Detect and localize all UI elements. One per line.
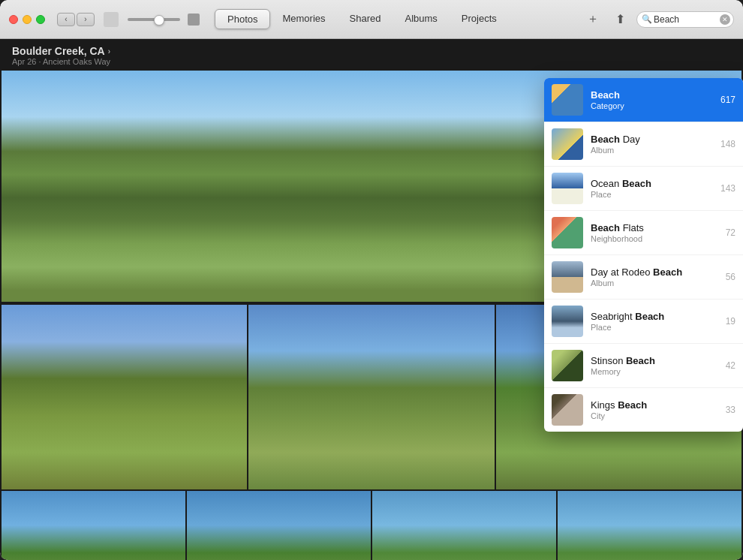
photo-location: Boulder Creek, CA › Apr 26 · Ancient Oak… xyxy=(0,39,743,69)
location-subtitle: Apr 26 · Ancient Oaks Way xyxy=(12,57,731,66)
suggestion-thumb xyxy=(552,306,583,337)
suggestion-title: Kings Beach xyxy=(591,399,718,411)
suggestion-count: 72 xyxy=(726,227,735,238)
location-title: Boulder Creek, CA › xyxy=(12,45,731,57)
suggestion-count: 33 xyxy=(726,405,735,415)
tab-albums[interactable]: Albums xyxy=(393,9,449,29)
suggestion-subtitle: Album xyxy=(591,146,713,155)
content-area: Boulder Creek, CA › Apr 26 · Ancient Oak… xyxy=(0,39,743,560)
search-container: 🔍 ✕ xyxy=(636,11,734,28)
suggestion-count: 617 xyxy=(720,95,735,105)
share-button[interactable]: ⬆ xyxy=(609,9,630,30)
photo-cell[interactable] xyxy=(558,491,741,560)
nav-tabs: Photos Memories Shared Albums Projects xyxy=(215,9,509,29)
suggestion-count: 56 xyxy=(726,272,735,282)
suggestion-subtitle: Category xyxy=(591,101,713,110)
suggestion-thumb xyxy=(552,350,583,381)
suggestion-beach-flats[interactable]: Beach Flats Neighborhood 72 xyxy=(544,211,743,255)
close-button[interactable] xyxy=(9,15,18,24)
search-icon: 🔍 xyxy=(642,14,652,24)
tab-shared[interactable]: Shared xyxy=(338,9,393,29)
minimize-button[interactable] xyxy=(23,15,32,24)
suggestion-title: Beach xyxy=(591,89,713,101)
maximize-button[interactable] xyxy=(36,15,45,24)
main-window: ‹ › Photos Memories Shared Albums Projec… xyxy=(0,0,743,560)
forward-button[interactable]: › xyxy=(77,13,95,26)
suggestion-rodeo-beach[interactable]: Day at Rodeo Beach Album 56 xyxy=(544,255,743,300)
tab-projects[interactable]: Projects xyxy=(450,9,509,29)
suggestion-title: Ocean Beach xyxy=(591,178,713,189)
nav-buttons: ‹ › xyxy=(57,13,95,26)
add-button[interactable]: ＋ xyxy=(582,9,603,30)
photo-grid-row3 xyxy=(0,489,743,560)
suggestion-info: Kings Beach City xyxy=(591,399,718,420)
suggestion-title: Day at Rodeo Beach xyxy=(591,266,718,278)
photo-cell[interactable] xyxy=(2,305,247,489)
suggestion-info: Ocean Beach Place xyxy=(591,178,713,199)
suggestion-info: Stinson Beach Memory xyxy=(591,355,718,376)
suggestion-thumb xyxy=(552,261,583,293)
suggestion-count: 143 xyxy=(720,183,735,194)
search-clear-button[interactable]: ✕ xyxy=(720,14,730,25)
photo-cell[interactable] xyxy=(2,491,185,560)
suggestion-stinson-beach[interactable]: Stinson Beach Memory 42 xyxy=(544,344,743,388)
location-chevron-icon: › xyxy=(108,47,110,56)
suggestion-title: Beach Day xyxy=(591,134,713,145)
photo-cell[interactable] xyxy=(372,491,556,560)
suggestion-thumb xyxy=(552,173,583,204)
suggestion-count: 19 xyxy=(726,316,735,327)
suggestion-info: Seabright Beach Place xyxy=(591,311,718,332)
tab-photos[interactable]: Photos xyxy=(215,9,270,29)
suggestion-kings-beach[interactable]: Kings Beach City 33 xyxy=(544,388,743,432)
search-dropdown: Beach Category 617 Beach Day Album 148 O… xyxy=(544,78,743,432)
toolbar-actions: ＋ ⬆ 🔍 ✕ xyxy=(582,9,734,30)
suggestion-title: Beach Flats xyxy=(591,222,718,233)
suggestion-subtitle: Neighborhood xyxy=(591,234,718,243)
size-icon xyxy=(188,14,200,26)
suggestion-thumb xyxy=(552,128,583,160)
suggestion-info: Beach Flats Neighborhood xyxy=(591,222,718,243)
suggestion-beach-day[interactable]: Beach Day Album 148 xyxy=(544,122,743,167)
suggestion-subtitle: Album xyxy=(591,278,718,288)
window-icon xyxy=(104,12,119,27)
suggestion-subtitle: Place xyxy=(591,323,718,332)
suggestion-seabright-beach[interactable]: Seabright Beach Place 19 xyxy=(544,300,743,344)
suggestion-subtitle: Memory xyxy=(591,367,718,376)
photo-cell[interactable] xyxy=(187,491,371,560)
suggestion-info: Beach Category xyxy=(591,89,713,110)
tab-memories[interactable]: Memories xyxy=(270,9,337,29)
suggestion-count: 148 xyxy=(720,139,735,149)
suggestion-subtitle: City xyxy=(591,411,718,420)
suggestion-thumb xyxy=(552,217,583,248)
suggestion-title: Seabright Beach xyxy=(591,311,718,322)
suggestion-beach[interactable]: Beach Category 617 xyxy=(544,78,743,122)
traffic-lights xyxy=(9,15,45,24)
suggestion-subtitle: Place xyxy=(591,190,713,199)
suggestion-thumb xyxy=(552,84,583,116)
suggestion-ocean-beach[interactable]: Ocean Beach Place 143 xyxy=(544,167,743,211)
back-button[interactable]: ‹ xyxy=(57,13,75,26)
photo-cell[interactable] xyxy=(248,305,494,489)
titlebar: ‹ › Photos Memories Shared Albums Projec… xyxy=(0,0,743,39)
suggestion-thumb xyxy=(552,394,583,426)
suggestion-info: Beach Day Album xyxy=(591,134,713,155)
suggestion-title: Stinson Beach xyxy=(591,355,718,366)
size-slider[interactable] xyxy=(128,18,180,21)
suggestion-info: Day at Rodeo Beach Album xyxy=(591,266,718,288)
suggestion-count: 42 xyxy=(726,360,735,371)
